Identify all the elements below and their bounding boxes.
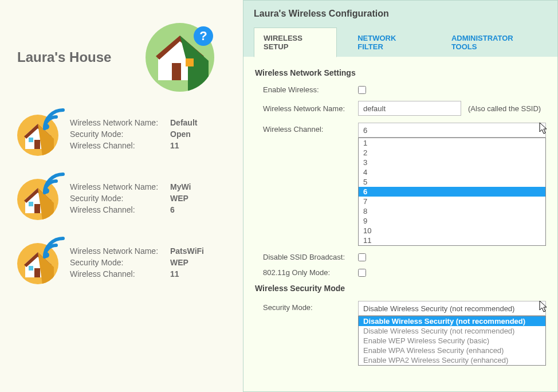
channel-value: 6 (170, 205, 175, 214)
security-mode-value: WEP (170, 258, 188, 267)
network-name-value: MyWi (170, 182, 191, 191)
svg-rect-14 (34, 204, 40, 213)
enable-wireless-checkbox[interactable] (358, 86, 366, 94)
svg-rect-15 (29, 202, 33, 206)
section-wireless-settings: Wireless Network Settings (255, 68, 546, 77)
network-name-label: Wireless Network Name: (70, 246, 170, 256)
panel-title: Laura's Wireless Configuration (254, 9, 547, 19)
tab-administrator-tools[interactable]: ADMINISTRATOR TOOLS (442, 28, 547, 57)
channel-value: 11 (170, 141, 179, 150)
channel-option[interactable]: 7 (359, 197, 545, 206)
channel-label: Wireless Channel: (70, 205, 170, 214)
security-option-selected[interactable]: Disable Wireless Security (not recommend… (359, 316, 545, 326)
channel-option[interactable]: 11 (359, 236, 545, 245)
network-name-input[interactable] (358, 101, 461, 116)
section-security: Wireless Security Mode (255, 284, 546, 293)
security-mode-label: Security Mode: (70, 194, 170, 203)
network-name-label: Wireless Network Name: (70, 182, 170, 191)
panel-header: Laura's Wireless Configuration WIRELESS … (243, 1, 557, 57)
channel-option[interactable]: 1 (359, 138, 545, 148)
g-only-checkbox[interactable] (358, 269, 366, 277)
svg-rect-8 (34, 140, 40, 149)
security-mode-label: Security Mode: (70, 130, 170, 139)
tab-network-filter[interactable]: NETWORK FILTER (348, 28, 431, 57)
help-symbol: ? (199, 29, 207, 44)
house-header: Laura's House ? (17, 11, 237, 115)
svg-rect-3 (172, 63, 181, 80)
network-entry: Wireless Network Name:MyWi Security Mode… (17, 179, 237, 220)
security-mode-label: Security Mode: (70, 258, 170, 267)
tab-wireless-setup[interactable]: WIRELESS SETUP (254, 28, 337, 57)
g-only-label: 802.11g Only Mode: (255, 268, 358, 277)
network-entry: Wireless Network Name:Default Security M… (17, 115, 237, 156)
network-icon (17, 115, 58, 156)
network-name-value: Default (170, 118, 197, 127)
enable-wireless-label: Enable Wireless: (255, 85, 358, 94)
security-options-list[interactable]: Disable Wireless Security (not recommend… (358, 316, 546, 366)
channel-select[interactable]: 6 (358, 123, 546, 138)
network-name-form-label: Wireless Network Name: (255, 104, 358, 113)
channel-option[interactable]: 3 (359, 158, 545, 167)
channel-option[interactable]: 4 (359, 167, 545, 177)
svg-point-16 (44, 188, 49, 194)
security-mode-value: WEP (170, 194, 188, 203)
wifi-signal-icon (41, 171, 66, 196)
config-panel: Laura's Wireless Configuration WIRELESS … (243, 0, 558, 392)
security-mode-value: Open (170, 130, 191, 139)
house-main-icon: ? (146, 23, 214, 92)
wifi-signal-icon (41, 235, 66, 260)
svg-rect-4 (186, 58, 194, 66)
disable-ssid-checkbox[interactable] (358, 253, 366, 261)
disable-ssid-label: Disable SSID Broadcast: (255, 253, 358, 261)
svg-rect-21 (29, 266, 33, 271)
channel-options-list[interactable]: 1 2 3 4 5 6 7 8 9 10 11 (358, 138, 546, 246)
channel-selected-value: 6 (363, 126, 367, 135)
network-icon (17, 243, 58, 284)
house-title: Laura's House (17, 49, 111, 65)
security-option[interactable]: Enable WPA Wireless Security (enhanced) (359, 346, 545, 355)
channel-option[interactable]: 10 (359, 226, 545, 236)
channel-label: Wireless Channel: (70, 141, 170, 150)
security-mode-form-label: Security Mode: (255, 301, 358, 312)
security-mode-selected-value: Disable Wireless Security (not recommend… (363, 304, 514, 313)
security-option[interactable]: Disable Wireless Security (not recommend… (359, 326, 545, 336)
network-entry: Wireless Network Name:PatsWiFi Security … (17, 243, 237, 284)
channel-form-label: Wireless Channel: (255, 123, 358, 134)
channel-value: 11 (170, 269, 179, 279)
security-option[interactable]: Enable WPA2 Wireless Security (enhanced) (359, 355, 545, 365)
channel-option-selected[interactable]: 6 (359, 187, 545, 197)
channel-option[interactable]: 8 (359, 206, 545, 216)
channel-option[interactable]: 2 (359, 148, 545, 158)
tab-bar: WIRELESS SETUP NETWORK FILTER ADMINISTRA… (254, 27, 547, 57)
panel-body: Wireless Network Settings Enable Wireles… (243, 57, 557, 378)
network-icon (17, 179, 58, 220)
channel-option[interactable]: 5 (359, 177, 545, 187)
svg-rect-20 (34, 268, 40, 277)
left-panel: Laura's House ? (0, 0, 243, 392)
security-option[interactable]: Enable WEP Wireless Security (basic) (359, 336, 545, 346)
channel-label: Wireless Channel: (70, 269, 170, 279)
help-icon[interactable]: ? (194, 26, 213, 46)
svg-point-22 (44, 252, 49, 258)
wifi-signal-icon (41, 107, 66, 132)
network-name-value: PatsWiFi (170, 246, 204, 256)
svg-rect-9 (29, 138, 33, 142)
ssid-hint: (Also called the SSID) (468, 104, 541, 113)
network-name-label: Wireless Network Name: (70, 118, 170, 127)
svg-point-10 (44, 124, 49, 130)
security-mode-select[interactable]: Disable Wireless Security (not recommend… (358, 301, 546, 316)
channel-option[interactable]: 9 (359, 216, 545, 226)
